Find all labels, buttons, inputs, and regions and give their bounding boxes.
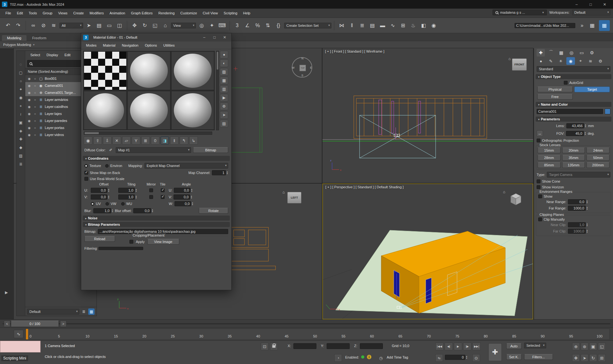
se-display-xrefs-icon[interactable]: ◈ [17,127,25,134]
select-and-scale-icon[interactable]: ◱ [150,21,160,30]
user-account-box[interactable]: madalena g s ... ▾ [493,10,547,15]
se-display-shapes-icon[interactable]: ○ [17,78,25,85]
select-and-link-icon[interactable]: ∞ [28,21,38,30]
noise-rollout[interactable]: Noise [83,216,230,221]
material-editor-menu[interactable]: Options [142,42,160,48]
zoom-region-icon[interactable]: ◱ [598,343,606,350]
minimize-button[interactable]: – [570,1,583,8]
redo-icon[interactable]: ↷ [13,21,23,30]
visibility-eye-icon[interactable]: ◉ [27,105,31,109]
stock-lens-button[interactable]: 24mm [586,148,609,153]
backlight-icon[interactable]: ◐ [220,59,228,67]
set-keys-button[interactable]: ✚ [488,343,502,361]
rendered-frame-window-icon[interactable]: ◧ [419,21,428,30]
current-frame-marker[interactable] [26,329,28,339]
map-name-dropdown[interactable]: Map #1 [116,147,191,153]
time-slider-prev-button[interactable]: < [4,321,10,327]
material-editor-menu[interactable]: Utilities [160,42,177,48]
modify-tab[interactable]: ⌒ [547,49,555,57]
render-setup-icon[interactable]: ♨ [408,21,418,30]
get-material-icon[interactable]: ◉ [84,136,92,145]
y-coordinate-field[interactable] [327,343,350,349]
camera-type-button[interactable]: Target [574,87,610,92]
go-to-start-button[interactable]: |◀◀ [435,343,444,350]
align-icon[interactable]: ‖ [347,21,357,30]
w-angle-spinner[interactable]: 0,0▲▼ [175,201,193,206]
snaps-toggle-icon[interactable]: 3 [232,21,242,30]
go-to-parent-icon[interactable]: ↰ [180,136,188,145]
clip-manually-checkbox[interactable] [538,217,542,221]
z-coordinate-field[interactable] [360,343,383,349]
map-channel-spinner[interactable]: 1 ▲▼ [212,170,228,175]
se-display-bones-icon[interactable]: ✚ [17,136,25,143]
time-slider-handle[interactable]: 0 / 100 [11,321,59,327]
v-angle-spinner[interactable]: 0,0▲▼ [174,194,192,200]
video-color-check-icon[interactable]: ▥ [220,85,228,93]
blur-offset-spinner[interactable]: 0,0▲▼ [133,208,153,213]
se-display-layers-icon[interactable]: ≣ [17,161,25,168]
object-name-field[interactable]: Camera001 [537,109,603,114]
far-clip-spinner[interactable]: 1000,0 ▲▼ [568,229,588,234]
reset-map-icon[interactable]: ✕ [113,136,121,145]
scene-explorer-menu[interactable]: Display [44,52,61,58]
angle-snap-icon[interactable]: ∠ [243,21,252,30]
freeze-circle-icon[interactable]: ○ [33,77,37,80]
menu-item[interactable]: Tools [26,10,40,16]
systems-category-icon[interactable]: ⚙ [596,57,605,65]
viewcube-front[interactable]: FRONT [512,58,527,71]
freeze-circle-icon[interactable]: ○ [33,112,37,116]
env-show-checkbox[interactable] [538,194,542,198]
visibility-eye-icon[interactable]: ◉ [27,77,31,80]
auto-key-button[interactable]: Auto [506,343,522,349]
zoom-all-icon[interactable]: ⊛ [581,343,588,350]
maximize-button[interactable]: □ [210,34,219,41]
camera-type-dropdown[interactable]: Standard [537,66,610,72]
zoom-icon[interactable]: ⊕ [572,343,580,350]
active-layer-dropdown[interactable]: Default [27,309,79,315]
info-icon[interactable]: i [367,355,371,359]
keyboard-shortcut-override-icon[interactable]: ⌨ [217,21,227,30]
vw-radio[interactable] [105,202,109,206]
select-and-place-icon[interactable]: ⌂ [160,21,170,30]
material-editor-menu[interactable]: Navigation [119,42,141,48]
object-type-rollout[interactable]: Object Type [536,74,611,79]
viewcube-compass[interactable]: N W S E TOP [292,57,312,78]
menu-item[interactable]: Graph Editors [128,10,156,16]
u-mirror-checkbox[interactable] [149,188,153,192]
mirror-icon[interactable]: ⋈ [337,21,346,30]
camera-type-button[interactable]: Free [537,94,573,100]
menu-item[interactable]: Scripting [221,10,240,16]
layer-explorer-mode-icon[interactable]: ▦ [88,308,95,315]
ribbon-tab[interactable]: Modeling [2,35,27,41]
percent-snap-icon[interactable]: % [253,21,262,30]
bitmap-type-button[interactable]: Bitmap [193,147,228,153]
material-editor-menu[interactable]: Modes [83,42,99,48]
far-range-spinner[interactable]: 1000,0 ▲▼ [568,206,588,211]
ribbon-tab[interactable]: Freeform [27,35,52,41]
uv-radio[interactable] [91,202,94,206]
show-map-on-back-checkbox[interactable] [84,171,88,175]
key-mode-toggle-icon[interactable]: ⇆ [435,354,443,362]
reference-coordinate-system-dropdown[interactable]: View [171,23,196,28]
ribbon-section-polygon-modeling[interactable]: Polygon Modeling [3,43,31,47]
mini-curve-editor-icon[interactable]: ∿ [14,330,23,338]
color-picker-icon[interactable]: ✐ [107,147,114,153]
menu-item[interactable]: Modifiers [87,10,107,16]
visibility-eye-icon[interactable]: ◉ [27,112,31,116]
select-by-material-icon[interactable]: ➤ [220,111,228,119]
zoom-extents-icon[interactable]: ▣ [589,343,597,350]
u-angle-spinner[interactable]: 0,0▲▼ [174,188,193,193]
stock-lens-button[interactable]: 20mm [562,148,585,153]
view-image-button[interactable]: View Image [147,239,179,245]
viewcube-home-icon[interactable]: ⌂ [508,57,511,61]
v-offset-spinner[interactable]: 0,0▲▼ [91,194,117,200]
geometry-category-icon[interactable]: ● [537,57,545,65]
lens-spinner[interactable]: 43,456 ▲▼ [566,123,586,128]
menu-item[interactable]: Views [55,10,70,16]
bind-to-space-warp-icon[interactable]: ≋ [49,21,58,30]
visibility-eye-icon[interactable]: ◉ [27,84,31,87]
u-tiling-spinner[interactable]: 1,0▲▼ [118,188,144,193]
front-viewport[interactable]: x z [ + ] [ Front ] [ Standard ] [ Wiref… [322,48,533,183]
x-coordinate-field[interactable] [293,343,316,349]
display-tab[interactable]: ▭ [578,49,586,57]
